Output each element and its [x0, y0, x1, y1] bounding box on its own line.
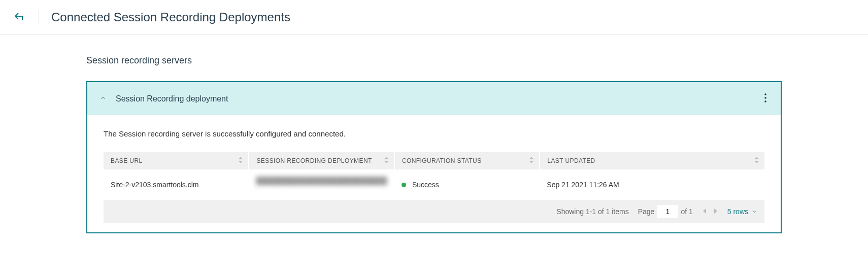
showing-text: Showing 1-1 of 1 items: [556, 207, 628, 216]
svg-marker-8: [529, 161, 533, 163]
col-base-url-label: BASE URL: [111, 157, 143, 164]
panel-header[interactable]: Session Recording deployment: [87, 82, 781, 115]
sort-icon: [384, 157, 389, 165]
chevron-down-icon: [751, 209, 757, 215]
status-dot-icon: [402, 183, 406, 187]
sort-icon: [529, 157, 534, 165]
svg-marker-7: [529, 157, 533, 159]
svg-marker-10: [755, 161, 759, 163]
redacted-text: ██████████████████████████ .: [256, 177, 387, 193]
cell-deployment: ██████████████████████████ .: [249, 169, 394, 200]
svg-marker-5: [384, 157, 388, 159]
header-divider: [39, 10, 39, 24]
table-footer: Showing 1-1 of 1 items Page of 1 5 rows: [104, 200, 764, 223]
panel-title: Session Recording deployment: [116, 94, 762, 103]
svg-point-0: [764, 93, 766, 95]
page-input[interactable]: [657, 205, 678, 218]
col-config-status-label: CONFIGURATION STATUS: [402, 157, 482, 164]
prev-page-icon[interactable]: [702, 207, 707, 216]
page-title: Connected Session Recording Deployments: [51, 10, 290, 24]
svg-point-2: [764, 100, 766, 102]
cell-base-url: Site-2-v2103.smarttools.clm: [104, 169, 249, 200]
sort-icon: [238, 157, 243, 165]
back-arrow-icon: [13, 11, 25, 23]
cell-config-status: Success: [394, 169, 540, 200]
cell-last-updated: Sep 21 2021 11:26 AM: [540, 169, 764, 200]
kebab-menu-icon[interactable]: [762, 91, 769, 106]
svg-marker-9: [755, 157, 759, 159]
svg-marker-12: [714, 209, 717, 214]
sort-icon: [754, 157, 759, 165]
svg-marker-3: [239, 157, 243, 159]
svg-point-1: [764, 97, 766, 99]
svg-marker-4: [239, 161, 243, 163]
rows-label: 5 rows: [727, 207, 748, 216]
svg-marker-6: [384, 161, 388, 163]
chevron-up-icon[interactable]: [99, 94, 107, 103]
deployment-panel: Session Recording deployment The Session…: [86, 81, 782, 233]
col-last-updated[interactable]: LAST UPDATED: [540, 152, 764, 169]
col-config-status[interactable]: CONFIGURATION STATUS: [394, 152, 540, 169]
page-of-text: of 1: [681, 207, 692, 216]
col-deployment[interactable]: SESSION RECORDING DEPLOYMENT: [249, 152, 394, 169]
servers-table: BASE URL SESSION RECORDING DEPLOYMENT CO…: [104, 152, 764, 200]
col-last-updated-label: LAST UPDATED: [547, 157, 595, 164]
status-text: Success: [412, 181, 439, 189]
svg-marker-11: [703, 209, 706, 214]
panel-description: The Session recording server is successf…: [104, 129, 764, 138]
back-button[interactable]: [12, 10, 26, 24]
next-page-icon[interactable]: [713, 207, 718, 216]
col-deployment-label: SESSION RECORDING DEPLOYMENT: [256, 157, 372, 164]
col-base-url[interactable]: BASE URL: [104, 152, 249, 169]
table-row[interactable]: Site-2-v2103.smarttools.clm ████████████…: [104, 169, 764, 200]
page-label: Page: [638, 207, 655, 216]
section-title: Session recording servers: [86, 55, 782, 66]
rows-per-page-select[interactable]: 5 rows: [727, 207, 757, 216]
